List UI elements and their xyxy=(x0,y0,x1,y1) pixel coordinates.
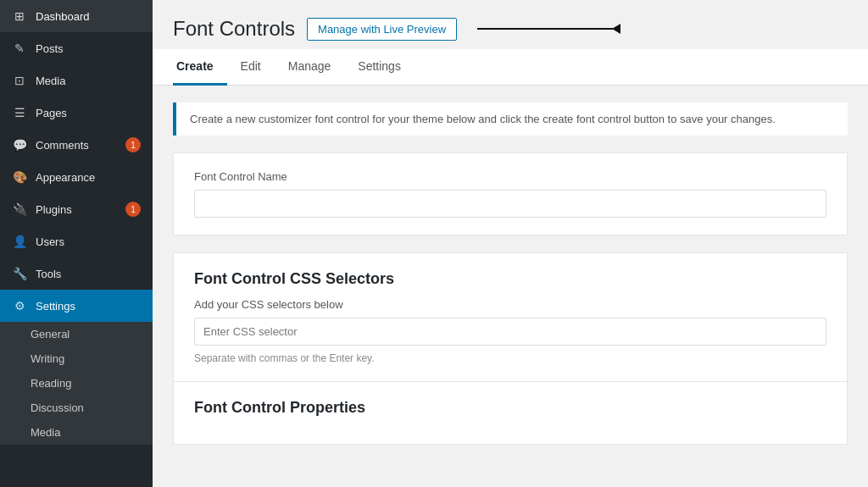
tab-create[interactable]: Create xyxy=(173,49,227,86)
font-control-name-section: Font Control Name xyxy=(173,152,848,235)
sidebar-item-media[interactable]: ⊡Media xyxy=(0,64,153,97)
submenu-item-reading[interactable]: Reading xyxy=(0,371,153,396)
css-selectors-sublabel: Add your CSS selectors below xyxy=(194,298,826,311)
settings-submenu: GeneralWritingReadingDiscussionMedia xyxy=(0,322,153,445)
sidebar-item-pages[interactable]: ☰Pages xyxy=(0,97,153,129)
css-selectors-section: Font Control CSS Selectors Add your CSS … xyxy=(173,252,848,445)
header-left: Font Controls Manage with Live Preview xyxy=(173,17,457,41)
sidebar-item-label-tools: Tools xyxy=(36,268,61,280)
submenu-item-media[interactable]: Media xyxy=(0,420,153,445)
appearance-icon: 🎨 xyxy=(12,169,27,185)
sidebar-nav: ⊞Dashboard✎Posts⊡Media☰Pages💬Comments1🎨A… xyxy=(0,0,153,445)
arrow-annotation xyxy=(477,24,620,34)
submenu-item-writing[interactable]: Writing xyxy=(0,346,153,371)
posts-icon: ✎ xyxy=(12,41,27,56)
sidebar-item-label-plugins: Plugins xyxy=(36,203,72,216)
dashboard-icon: ⊞ xyxy=(12,8,27,24)
sidebar-item-label-users: Users xyxy=(36,235,64,248)
users-icon: 👤 xyxy=(12,234,27,249)
comments-icon: 💬 xyxy=(12,137,27,152)
tabs-bar: CreateEditManageSettings xyxy=(153,49,868,86)
arrow-head xyxy=(612,24,620,34)
page-title: Font Controls xyxy=(173,17,295,41)
sidebar-item-comments[interactable]: 💬Comments1 xyxy=(0,129,153,161)
css-selectors-heading: Font Control CSS Selectors xyxy=(194,270,826,288)
css-selector-hint: Separate with commas or the Enter key. xyxy=(194,352,826,364)
sidebar-item-plugins[interactable]: 🔌Plugins1 xyxy=(0,193,153,225)
properties-heading: Font Control Properties xyxy=(194,399,826,417)
tab-manage[interactable]: Manage xyxy=(275,49,345,86)
sidebar-item-users[interactable]: 👤Users xyxy=(0,225,153,257)
sidebar-item-label-settings: Settings xyxy=(36,300,75,313)
sidebar-item-dashboard[interactable]: ⊞Dashboard xyxy=(0,0,153,32)
plugins-icon: 🔌 xyxy=(12,202,27,217)
sidebar-item-label-posts: Posts xyxy=(36,42,64,55)
tab-edit[interactable]: Edit xyxy=(227,49,275,86)
font-control-name-input[interactable] xyxy=(194,190,826,218)
sidebar-item-tools[interactable]: 🔧Tools xyxy=(0,257,153,290)
main-content: Font Controls Manage with Live Preview C… xyxy=(153,0,868,487)
css-selector-input[interactable] xyxy=(194,318,826,346)
font-control-name-label: Font Control Name xyxy=(194,170,826,183)
submenu-item-general[interactable]: General xyxy=(0,322,153,346)
sidebar: ⊞Dashboard✎Posts⊡Media☰Pages💬Comments1🎨A… xyxy=(0,0,153,487)
live-preview-button[interactable]: Manage with Live Preview xyxy=(307,18,457,41)
sidebar-item-settings[interactable]: ⚙Settings xyxy=(0,290,153,322)
comments-badge: 1 xyxy=(125,137,141,152)
tab-settings[interactable]: Settings xyxy=(344,49,415,86)
sidebar-item-label-appearance: Appearance xyxy=(36,171,95,184)
sidebar-item-label-comments: Comments xyxy=(36,139,89,152)
tools-icon: 🔧 xyxy=(12,266,27,281)
sidebar-item-appearance[interactable]: 🎨Appearance xyxy=(0,161,153,193)
settings-icon: ⚙ xyxy=(12,298,27,313)
info-notice: Create a new customizer font control for… xyxy=(173,102,848,136)
submenu-item-discussion[interactable]: Discussion xyxy=(0,396,153,420)
page-header: Font Controls Manage with Live Preview xyxy=(153,0,868,49)
sidebar-item-posts[interactable]: ✎Posts xyxy=(0,32,153,64)
media-icon: ⊡ xyxy=(12,73,27,88)
sidebar-item-label-media: Media xyxy=(36,75,65,87)
pages-icon: ☰ xyxy=(12,105,27,120)
sidebar-item-label-pages: Pages xyxy=(36,107,67,119)
arrow-line xyxy=(477,28,613,30)
section-divider xyxy=(174,381,847,382)
info-notice-text: Create a new customizer font control for… xyxy=(190,113,776,125)
content-area: Create a new customizer font control for… xyxy=(153,86,868,479)
sidebar-item-label-dashboard: Dashboard xyxy=(36,10,90,23)
plugins-badge: 1 xyxy=(125,202,141,217)
